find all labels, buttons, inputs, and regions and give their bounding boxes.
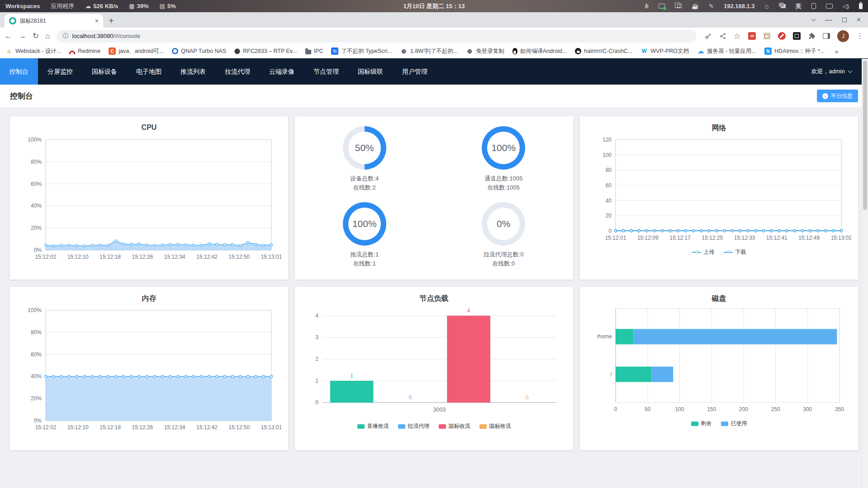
user-menu[interactable]: 欢迎，admin bbox=[811, 67, 852, 76]
node-load-legend[interactable]: 直播推流拉流代理国标收流国标推流 bbox=[295, 422, 573, 430]
bookmark-item[interactable]: 知了不起的 TypeScri... bbox=[331, 47, 392, 55]
app-navbar: 控制台分屏监控国标设备电子地图推流列表拉流代理云端录像节点管理国标级联用户管理欢… bbox=[0, 58, 868, 85]
network-legend[interactable]: 上传下载 bbox=[580, 248, 858, 256]
reload-icon[interactable]: ↻ bbox=[33, 32, 39, 40]
nav-item-0[interactable]: 控制台 bbox=[0, 58, 38, 85]
nav-item-4[interactable]: 推流列表 bbox=[171, 58, 215, 85]
legend-item[interactable]: 国标推流 bbox=[479, 422, 511, 430]
bookmark-item[interactable]: IPC bbox=[305, 48, 323, 54]
proxy-stat: 0% 拉流代理总数:0 在线数:0 bbox=[434, 199, 574, 275]
cpu-panel: CPU 0%20%40%60%80%100%15:12:0215:12:1015… bbox=[10, 116, 288, 280]
svg-text:150: 150 bbox=[707, 406, 716, 412]
svg-text:120: 120 bbox=[602, 137, 612, 143]
bookmark-item[interactable]: RFC2833 – RTP Ev... bbox=[234, 48, 297, 54]
svg-text:1: 1 bbox=[350, 373, 353, 379]
site-info-icon[interactable]: ⓘ bbox=[63, 33, 69, 39]
proxy-progress-ring: 0% bbox=[482, 202, 525, 246]
channel-stat: 100% 通道总数:1005 在线数:1005 bbox=[434, 123, 574, 199]
legend-marker bbox=[724, 252, 733, 253]
profile-avatar[interactable]: J bbox=[837, 30, 849, 42]
bookmark-item[interactable]: ⊕1.8W字|了不起的... bbox=[400, 47, 458, 55]
bookmark-item[interactable]: ≡Webstack - 设计... bbox=[5, 47, 61, 55]
bookmark-star-icon[interactable]: ☆ bbox=[734, 32, 741, 40]
bookmark-item[interactable]: QNAP Turbo NAS bbox=[172, 48, 226, 54]
new-tab-button[interactable]: + bbox=[109, 16, 114, 26]
nav-item-7[interactable]: 节点管理 bbox=[304, 58, 348, 85]
window-minimize-button[interactable]: — bbox=[825, 16, 832, 24]
page-scrollbar[interactable] bbox=[862, 59, 868, 488]
nav-item-2[interactable]: 国标设备 bbox=[82, 58, 127, 85]
legend-item[interactable]: 上传 bbox=[692, 248, 715, 256]
bookmark-item[interactable]: WWVP-PRO文档 bbox=[640, 47, 689, 55]
device-stat: 50% 设备总数:4 在线数:2 bbox=[295, 123, 434, 199]
ext-doc-icon[interactable] bbox=[763, 32, 771, 40]
bookmark-item[interactable]: ⊕免登录复制 bbox=[466, 47, 504, 55]
home-icon[interactable]: ⌂ bbox=[45, 32, 50, 40]
nav-item-8[interactable]: 国标级联 bbox=[348, 58, 393, 85]
bookmarks-overflow-chevron[interactable]: » bbox=[835, 47, 838, 55]
bookmark-item[interactable]: Redmine bbox=[69, 48, 100, 54]
legend-item[interactable]: 已使用 bbox=[721, 420, 747, 427]
clipboard-tray-icon[interactable] bbox=[677, 4, 682, 8]
forward-icon[interactable]: → bbox=[19, 32, 26, 40]
home-tray-icon[interactable]: ⌂ bbox=[765, 3, 769, 9]
window-restore-button[interactable] bbox=[842, 18, 847, 22]
legend-item[interactable]: 下载 bbox=[724, 248, 746, 256]
ext-blocker-icon[interactable] bbox=[778, 32, 786, 40]
screenshot-tray-icon[interactable] bbox=[659, 4, 665, 9]
wvp-favicon: W bbox=[640, 47, 648, 55]
share-icon[interactable] bbox=[719, 33, 726, 40]
windows-tray-icon[interactable] bbox=[781, 4, 786, 8]
nav-item-9[interactable]: 用户管理 bbox=[393, 58, 437, 85]
browser-tab[interactable]: 国标28181 × bbox=[5, 14, 103, 28]
coffee-tray-icon[interactable]: ☕ bbox=[692, 3, 699, 9]
ext-js-icon[interactable]: JS bbox=[748, 32, 756, 40]
window-close-button[interactable]: × bbox=[857, 16, 861, 24]
clock[interactable]: 1月10日 星期二 15：13 bbox=[403, 2, 465, 10]
scrollbar-thumb[interactable] bbox=[863, 61, 867, 210]
volume-icon[interactable]: ◁) bbox=[843, 3, 849, 9]
address-bar[interactable]: ⓘ localhost:38080/#/console bbox=[57, 30, 697, 43]
applications-menu[interactable]: 应用程序 bbox=[51, 2, 74, 10]
memory-icon: ▤ bbox=[160, 3, 165, 9]
push-progress-ring: 100% bbox=[343, 202, 386, 246]
bookmark-item[interactable]: 如何编译Android... bbox=[512, 47, 567, 55]
svg-text:20%: 20% bbox=[31, 225, 42, 231]
platform-info-button[interactable]: i 平台信息 bbox=[817, 90, 858, 102]
bookmark-item[interactable]: ☁服务器 - 轻量应用... bbox=[697, 47, 756, 55]
cloud-favicon: ☁ bbox=[697, 47, 704, 55]
bookmark-label: QNAP Turbo NAS bbox=[181, 48, 226, 54]
tab-close-icon[interactable]: × bbox=[95, 17, 99, 24]
sidebar-icon[interactable] bbox=[823, 33, 830, 39]
nav-item-1[interactable]: 分屏监控 bbox=[38, 58, 82, 85]
password-key-icon[interactable] bbox=[705, 33, 712, 40]
menu-kebab-icon[interactable]: ⋮ bbox=[856, 33, 863, 40]
phone-tray-icon[interactable] bbox=[811, 3, 816, 9]
nav-item-5[interactable]: 拉流代理 bbox=[215, 58, 260, 85]
svg-text:100%: 100% bbox=[28, 307, 42, 313]
svg-text:0%: 0% bbox=[34, 417, 42, 424]
extensions-puzzle-icon[interactable] bbox=[808, 32, 816, 40]
node-load-chart: 0123410403003 bbox=[302, 304, 566, 421]
ext-darkmode-icon[interactable] bbox=[793, 32, 801, 40]
legend-marker bbox=[691, 422, 698, 426]
nav-item-6[interactable]: 云端录像 bbox=[260, 58, 304, 85]
battery-icon[interactable] bbox=[859, 3, 863, 9]
legend-item[interactable]: 剩余 bbox=[691, 420, 712, 427]
bookmark-label: 免登录复制 bbox=[476, 47, 504, 55]
legend-item[interactable]: 国标收流 bbox=[439, 422, 470, 430]
bookmark-item[interactable]: hairrrrr/C-CrashC... bbox=[575, 48, 632, 54]
bookmark-item[interactable]: Cjava、android可... bbox=[109, 47, 164, 55]
input-language-indicator[interactable]: 英 bbox=[796, 2, 802, 10]
bookmark-item[interactable]: NHDAtmos :: 种子 *... bbox=[764, 47, 825, 55]
legend-item[interactable]: 拉流代理 bbox=[398, 422, 430, 430]
display-tray-icon[interactable] bbox=[826, 4, 833, 9]
picker-tray-icon[interactable]: ✎ bbox=[709, 3, 714, 9]
back-icon[interactable]: ← bbox=[5, 32, 12, 40]
workspaces-button[interactable]: Workspaces bbox=[5, 3, 40, 9]
window-chevron-icon[interactable] bbox=[811, 17, 816, 22]
nav-item-3[interactable]: 电子地图 bbox=[127, 58, 171, 85]
bing-tray-icon[interactable]: b bbox=[645, 2, 649, 10]
legend-item[interactable]: 直播推流 bbox=[357, 422, 389, 430]
disk-legend[interactable]: 剩余已使用 bbox=[580, 420, 858, 427]
